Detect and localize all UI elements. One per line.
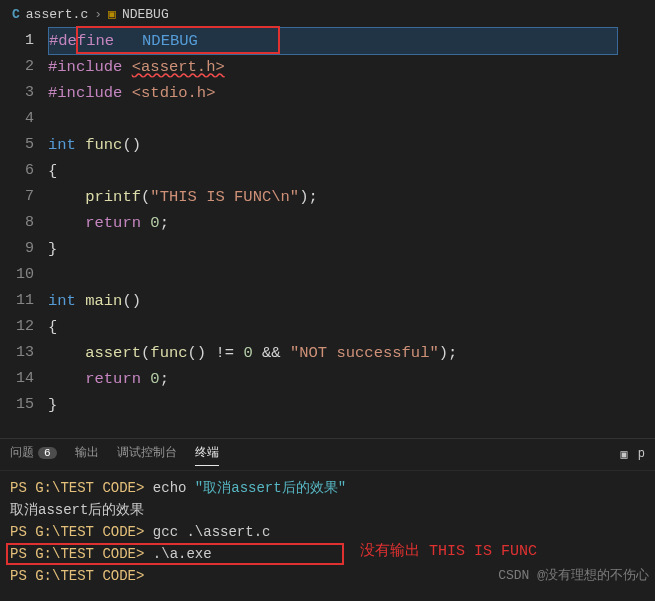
code-line: { bbox=[48, 158, 655, 184]
annotation-text: 没有输出 THIS IS FUNC bbox=[360, 541, 537, 563]
code-line bbox=[48, 106, 655, 132]
code-line: printf("THIS IS FUNC\n"); bbox=[48, 184, 655, 210]
code-line: #define NDEBUG bbox=[48, 27, 618, 55]
terminal-label: p bbox=[638, 447, 645, 462]
code-line: #include <assert.h> bbox=[48, 54, 655, 80]
code-line: } bbox=[48, 392, 655, 418]
breadcrumb[interactable]: C assert.c › ▣ NDEBUG bbox=[0, 0, 655, 28]
terminal-line: PS G:\TEST CODE> echo "取消assert后的效果" bbox=[10, 477, 645, 499]
tab-terminal[interactable]: 终端 bbox=[195, 444, 219, 466]
tab-debug-console[interactable]: 调试控制台 bbox=[117, 444, 177, 465]
terminal-line: PS G:\TEST CODE> gcc .\assert.c bbox=[10, 521, 645, 543]
terminal-line: 取消assert后的效果 bbox=[10, 499, 645, 521]
code-line: int func() bbox=[48, 132, 655, 158]
code-line bbox=[48, 262, 655, 288]
symbol-icon: ▣ bbox=[108, 6, 116, 22]
code-line: return 0; bbox=[48, 210, 655, 236]
code-area[interactable]: #define NDEBUG #include <assert.h> #incl… bbox=[48, 28, 655, 418]
tab-output[interactable]: 输出 bbox=[75, 444, 99, 465]
terminal-line: PS G:\TEST CODE> .\a.exe bbox=[10, 543, 645, 565]
code-line: { bbox=[48, 314, 655, 340]
code-line: assert(func() != 0 && "NOT successful"); bbox=[48, 340, 655, 366]
c-file-icon: C bbox=[12, 7, 20, 22]
terminal[interactable]: PS G:\TEST CODE> echo "取消assert后的效果" 取消a… bbox=[0, 471, 655, 589]
watermark: CSDN @没有理想的不伤心 bbox=[498, 565, 649, 587]
bottom-panel: 问题6 输出 调试控制台 终端 ▣ p PS G:\TEST CODE> ech… bbox=[0, 438, 655, 601]
breadcrumb-file[interactable]: assert.c bbox=[26, 7, 88, 22]
code-line: } bbox=[48, 236, 655, 262]
panel-tabs: 问题6 输出 调试控制台 终端 ▣ p bbox=[0, 439, 655, 471]
terminal-select-icon[interactable]: ▣ bbox=[621, 447, 628, 462]
code-editor[interactable]: 1 2 3 4 5 6 7 8 9 10 11 12 13 14 15 #def… bbox=[0, 28, 655, 418]
code-line: int main() bbox=[48, 288, 655, 314]
chevron-right-icon: › bbox=[94, 7, 102, 22]
problems-badge: 6 bbox=[38, 447, 57, 459]
line-gutter: 1 2 3 4 5 6 7 8 9 10 11 12 13 14 15 bbox=[0, 28, 48, 418]
code-line: #include <stdio.h> bbox=[48, 80, 655, 106]
breadcrumb-symbol[interactable]: NDEBUG bbox=[122, 7, 169, 22]
tab-problems[interactable]: 问题6 bbox=[10, 444, 57, 465]
code-line: return 0; bbox=[48, 366, 655, 392]
